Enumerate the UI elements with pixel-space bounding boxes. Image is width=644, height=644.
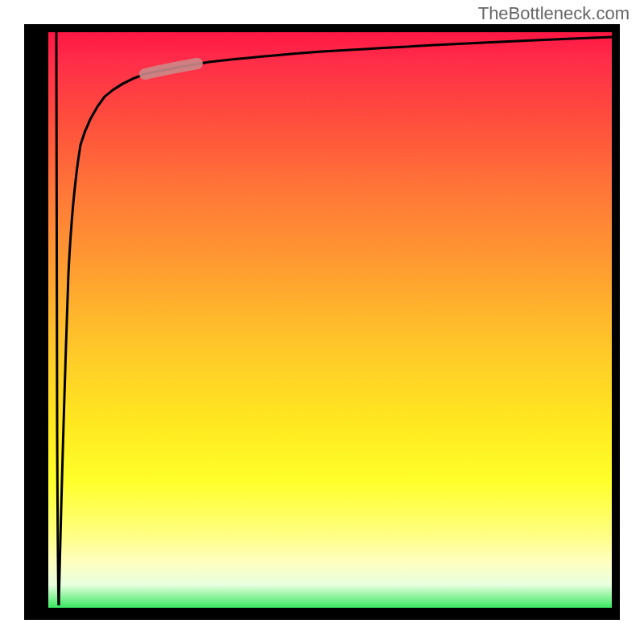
chart-highlight-segment: [145, 64, 197, 74]
chart-curve-svg: [48, 32, 612, 608]
chart-plot-area: [48, 32, 612, 608]
chart-curve-ascending: [59, 37, 612, 605]
chart-curve-descending: [56, 32, 59, 605]
watermark-text: TheBottleneck.com: [478, 3, 630, 24]
chart-outer-frame: [24, 24, 620, 620]
